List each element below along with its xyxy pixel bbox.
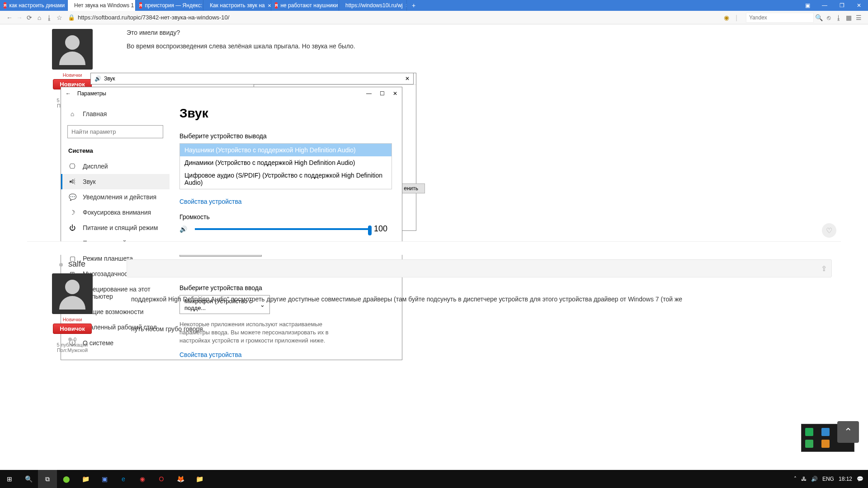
search-button[interactable]: 🔍 (19, 470, 38, 488)
sound-icon: 🕬 (68, 178, 76, 185)
share-icon[interactable]: ⇪ (821, 264, 827, 273)
network-icon[interactable]: 🖧 (801, 476, 807, 482)
volume-icon[interactable]: 🔊 (811, 476, 818, 482)
status-icon (59, 263, 63, 267)
tray-icon[interactable] (805, 428, 813, 436)
maximize-button[interactable]: ☐ (380, 90, 385, 97)
close-button[interactable]: ✕ (405, 75, 410, 82)
edge-icon[interactable]: e (114, 470, 133, 488)
firefox-icon[interactable]: 🦊 (171, 470, 190, 488)
tray-icon[interactable] (805, 440, 813, 448)
tray-icon[interactable] (821, 428, 830, 436)
translate-icon[interactable]: ⎋ (824, 13, 834, 23)
settings-search-input[interactable] (67, 125, 163, 138)
new-tab-button[interactable]: + (407, 0, 420, 11)
search-icon[interactable]: 🔍 (814, 13, 824, 23)
home-button[interactable]: ⌂ (34, 13, 44, 23)
explorer-icon[interactable]: 📁 (190, 470, 209, 488)
page-title: Звук (179, 106, 392, 121)
browser-tab-bar: Якак настроить динами✕ Нет звука на Wind… (0, 0, 868, 11)
speaker-icon: 🔊 (179, 225, 189, 233)
maximize-button[interactable]: ❐ (835, 0, 848, 11)
favicon-yandex: Я (275, 2, 278, 9)
user-rank: Новички (32, 317, 113, 322)
favorite-button[interactable]: ☆ (54, 13, 64, 23)
chrome-icon[interactable]: ◉ (133, 470, 152, 488)
device-option[interactable]: Цифровое аудио (S/PDIF) (Устройство с по… (180, 169, 392, 189)
publications-count: 5 публикаций (32, 342, 113, 347)
close-icon[interactable]: ✕ (268, 3, 271, 8)
notifications-icon[interactable]: 💬 (857, 476, 863, 482)
nav-display[interactable]: 🖵Дисплей (61, 159, 170, 174)
post-text: нуть носом грубо говоря. (127, 321, 832, 337)
close-button[interactable]: ✕ (393, 90, 397, 97)
lock-icon: 🔒 (68, 14, 75, 21)
window-controls: ▣ — ❐ ✕ (801, 0, 868, 11)
start-button[interactable]: ⊞ (0, 470, 19, 488)
minimize-button[interactable]: — (818, 0, 831, 11)
nav-home[interactable]: ⌂Главная (61, 106, 170, 122)
like-button[interactable]: ♡ (822, 223, 836, 238)
window-title: Звук (104, 75, 115, 82)
device-option[interactable]: Наушники (Устройство с поддержкой High D… (180, 144, 392, 156)
search-input[interactable] (746, 13, 814, 23)
notification-icon: 💬 (68, 193, 76, 201)
clock[interactable]: 18:12 (839, 476, 852, 482)
minimize-button[interactable]: — (366, 90, 372, 97)
menu-icon[interactable]: ☰ (854, 13, 863, 23)
url-field[interactable]: 🔒https://softboard.ru/topic/73842-нет-зв… (64, 14, 722, 21)
panel-icon[interactable]: ▣ (801, 0, 814, 11)
taskbar: ⊞ 🔍 ⧉ ⬤ 📁 ▣ e ◉ O 🦊 📁 ˄ 🖧 🔊 ENG 18:12 💬 (0, 470, 868, 488)
page-content: Новички Новичок 0 5 публикаций Пол:Мужск… (0, 24, 868, 470)
back-button[interactable]: ← (66, 90, 73, 97)
browser-tab-active[interactable]: Нет звука на Windows 1✕ (68, 0, 136, 11)
nav-sound[interactable]: 🕬Звук (61, 174, 170, 189)
language-indicator[interactable]: ENG (822, 476, 834, 482)
volume-slider[interactable] (195, 228, 368, 230)
nav-focus[interactable]: ☽Фокусировка внимания (61, 205, 170, 220)
tray-chevron-icon[interactable]: ˄ (794, 476, 797, 482)
browser-tab[interactable]: Япреистория — Яндекс:✕ (136, 0, 203, 11)
taskbar-app[interactable]: 📁 (76, 470, 95, 488)
taskbar-app[interactable]: ▣ (95, 470, 114, 488)
opera-icon[interactable]: O (152, 470, 171, 488)
volume-label: Громкость (179, 213, 392, 221)
home-icon: ⌂ (68, 110, 76, 117)
post-text: Это имели ввиду? (127, 29, 832, 36)
focus-icon: ☽ (68, 209, 76, 216)
speaker-icon: 🔊 (94, 75, 101, 82)
power-icon: ⏻ (68, 224, 76, 231)
user-panel: salfe Новички Новичок 0 5 публикаций Пол… (27, 255, 118, 357)
output-device-list[interactable]: Наушники (Устройство с поддержкой High D… (179, 143, 392, 189)
sound-window: 🔊 Звук ✕ (90, 73, 414, 84)
window-title: Параметры (77, 90, 106, 97)
back-button[interactable]: ← (5, 13, 14, 23)
download-icon[interactable]: ⭳ (834, 13, 844, 23)
display-icon: 🖵 (68, 163, 76, 170)
user-badge: Новичок (53, 324, 91, 334)
device-properties-link[interactable]: Свойства устройства (179, 198, 242, 205)
download-button[interactable]: ⭳ (44, 13, 54, 23)
post-text: Во время воспроизведения слева зелёная ш… (127, 42, 832, 50)
favicon-yandex: Я (139, 2, 142, 9)
shield-icon[interactable]: ◉ (722, 13, 731, 23)
username: salfe (68, 259, 85, 268)
qr-icon[interactable]: ▦ (844, 13, 854, 23)
task-view-button[interactable]: ⧉ (38, 470, 57, 488)
forward-button[interactable]: → (14, 13, 24, 23)
scroll-top-button[interactable]: ⌃ (837, 421, 859, 443)
output-device-label: Выберите устройство вывода (179, 132, 392, 140)
browser-tab[interactable]: Как настроить звук на✕ (203, 0, 271, 11)
address-bar: ← → ⟳ ⌂ ⭳ ☆ 🔒https://softboard.ru/topic/… (0, 11, 868, 24)
favicon-yandex: Я (4, 2, 6, 9)
reload-button[interactable]: ⟳ (24, 13, 34, 23)
nav-section-header: Система (61, 145, 170, 159)
browser-tab[interactable]: https://windows10i.ru/wj✕ (339, 0, 407, 11)
device-option[interactable]: Динамики (Устройство с поддержкой High D… (180, 156, 392, 169)
close-button[interactable]: ✕ (853, 0, 865, 11)
browser-tab[interactable]: Якак настроить динами✕ (0, 0, 68, 11)
taskbar-app[interactable]: ⬤ (57, 470, 76, 488)
tray-icon[interactable] (821, 440, 830, 448)
nav-notifications[interactable]: 💬Уведомления и действия (61, 189, 170, 205)
browser-tab[interactable]: Яне работают наушники✕ (271, 0, 339, 11)
